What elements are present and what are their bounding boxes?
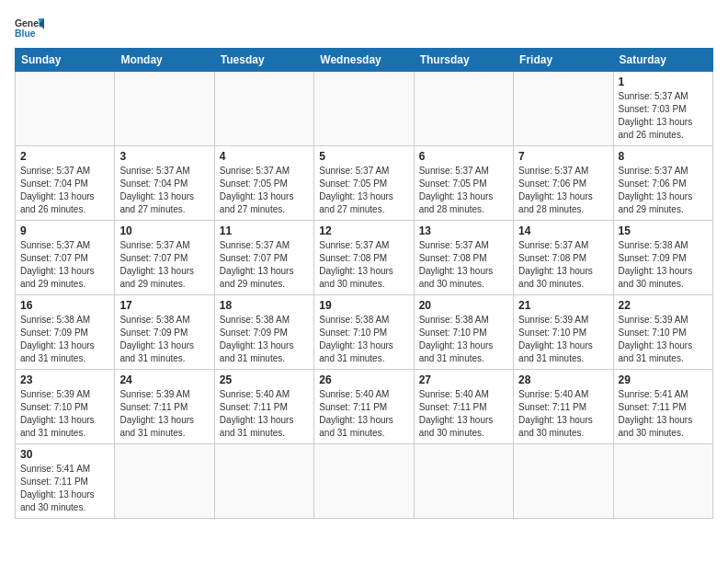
day-number: 10: [119, 224, 209, 237]
calendar-week-5: 23Sunrise: 5:39 AM Sunset: 7:10 PM Dayli…: [16, 370, 713, 444]
day-info: Sunrise: 5:38 AM Sunset: 7:09 PM Dayligh…: [220, 314, 309, 365]
day-header-tuesday: Tuesday: [214, 49, 313, 72]
calendar-cell: 14Sunrise: 5:37 AM Sunset: 7:08 PM Dayli…: [514, 221, 613, 295]
day-number: 7: [518, 150, 608, 163]
calendar-cell: [414, 72, 513, 146]
day-number: 19: [319, 299, 408, 312]
calendar-cell: 20Sunrise: 5:38 AM Sunset: 7:10 PM Dayli…: [414, 295, 513, 370]
day-info: Sunrise: 5:37 AM Sunset: 7:06 PM Dayligh…: [518, 165, 608, 216]
day-info: Sunrise: 5:38 AM Sunset: 7:10 PM Dayligh…: [419, 314, 508, 365]
day-header-friday: Friday: [514, 49, 613, 72]
day-info: Sunrise: 5:39 AM Sunset: 7:10 PM Dayligh…: [20, 388, 109, 440]
day-header-wednesday: Wednesday: [314, 49, 414, 72]
day-info: Sunrise: 5:39 AM Sunset: 7:10 PM Dayligh…: [619, 314, 708, 365]
calendar-week-3: 9Sunrise: 5:37 AM Sunset: 7:07 PM Daylig…: [16, 221, 713, 295]
calendar-cell: 2Sunrise: 5:37 AM Sunset: 7:04 PM Daylig…: [16, 146, 115, 221]
day-info: Sunrise: 5:41 AM Sunset: 7:11 PM Dayligh…: [619, 388, 708, 440]
calendar-cell: 27Sunrise: 5:40 AM Sunset: 7:11 PM Dayli…: [414, 370, 513, 444]
calendar-cell: 15Sunrise: 5:38 AM Sunset: 7:09 PM Dayli…: [613, 221, 712, 295]
calendar-cell: 5Sunrise: 5:37 AM Sunset: 7:05 PM Daylig…: [314, 146, 414, 221]
calendar-cell: [613, 444, 712, 519]
calendar-cell: 3Sunrise: 5:37 AM Sunset: 7:04 PM Daylig…: [115, 146, 214, 221]
day-info: Sunrise: 5:39 AM Sunset: 7:10 PM Dayligh…: [518, 314, 608, 365]
day-info: Sunrise: 5:37 AM Sunset: 7:03 PM Dayligh…: [619, 90, 708, 142]
calendar-cell: 26Sunrise: 5:40 AM Sunset: 7:11 PM Dayli…: [314, 370, 414, 444]
day-number: 18: [220, 299, 309, 312]
day-header-sunday: Sunday: [16, 49, 115, 72]
calendar-cell: 6Sunrise: 5:37 AM Sunset: 7:05 PM Daylig…: [414, 146, 513, 221]
day-number: 14: [518, 224, 608, 237]
day-info: Sunrise: 5:40 AM Sunset: 7:11 PM Dayligh…: [518, 388, 608, 440]
day-number: 13: [419, 224, 508, 237]
day-info: Sunrise: 5:38 AM Sunset: 7:09 PM Dayligh…: [20, 314, 109, 365]
day-info: Sunrise: 5:41 AM Sunset: 7:11 PM Dayligh…: [20, 463, 109, 514]
day-number: 24: [119, 373, 209, 386]
calendar-cell: 7Sunrise: 5:37 AM Sunset: 7:06 PM Daylig…: [514, 146, 613, 221]
day-info: Sunrise: 5:37 AM Sunset: 7:05 PM Dayligh…: [220, 165, 309, 216]
day-info: Sunrise: 5:37 AM Sunset: 7:05 PM Dayligh…: [419, 165, 508, 216]
day-number: 20: [419, 299, 508, 312]
calendar-cell: 18Sunrise: 5:38 AM Sunset: 7:09 PM Dayli…: [214, 295, 313, 370]
calendar-cell: 8Sunrise: 5:37 AM Sunset: 7:06 PM Daylig…: [613, 146, 712, 221]
day-info: Sunrise: 5:37 AM Sunset: 7:06 PM Dayligh…: [619, 165, 708, 216]
day-info: Sunrise: 5:40 AM Sunset: 7:11 PM Dayligh…: [220, 388, 309, 440]
day-info: Sunrise: 5:37 AM Sunset: 7:07 PM Dayligh…: [220, 239, 309, 291]
day-number: 6: [419, 150, 508, 163]
day-number: 21: [518, 299, 608, 312]
day-info: Sunrise: 5:37 AM Sunset: 7:05 PM Dayligh…: [319, 165, 408, 216]
calendar-week-4: 16Sunrise: 5:38 AM Sunset: 7:09 PM Dayli…: [16, 295, 713, 370]
day-number: 26: [319, 373, 408, 386]
calendar-cell: [214, 72, 313, 146]
calendar-cell: 21Sunrise: 5:39 AM Sunset: 7:10 PM Dayli…: [514, 295, 613, 370]
page-header: General Blue: [15, 15, 713, 40]
logo: General Blue: [15, 15, 44, 40]
calendar-cell: 29Sunrise: 5:41 AM Sunset: 7:11 PM Dayli…: [613, 370, 712, 444]
day-info: Sunrise: 5:38 AM Sunset: 7:10 PM Dayligh…: [319, 314, 408, 365]
day-number: 4: [220, 150, 309, 163]
day-info: Sunrise: 5:40 AM Sunset: 7:11 PM Dayligh…: [419, 388, 508, 440]
day-info: Sunrise: 5:37 AM Sunset: 7:07 PM Dayligh…: [119, 239, 209, 291]
calendar-cell: 24Sunrise: 5:39 AM Sunset: 7:11 PM Dayli…: [115, 370, 214, 444]
calendar-cell: 11Sunrise: 5:37 AM Sunset: 7:07 PM Dayli…: [214, 221, 313, 295]
day-info: Sunrise: 5:37 AM Sunset: 7:04 PM Dayligh…: [20, 165, 109, 216]
day-number: 2: [20, 150, 109, 163]
calendar-cell: 9Sunrise: 5:37 AM Sunset: 7:07 PM Daylig…: [16, 221, 115, 295]
calendar-cell: [514, 72, 613, 146]
day-number: 12: [319, 224, 408, 237]
calendar-cell: 22Sunrise: 5:39 AM Sunset: 7:10 PM Dayli…: [613, 295, 712, 370]
calendar-cell: [115, 444, 214, 519]
day-info: Sunrise: 5:40 AM Sunset: 7:11 PM Dayligh…: [319, 388, 408, 440]
day-info: Sunrise: 5:39 AM Sunset: 7:11 PM Dayligh…: [119, 388, 209, 440]
day-number: 3: [119, 150, 209, 163]
calendar-cell: [314, 444, 414, 519]
svg-text:Blue: Blue: [15, 29, 36, 39]
calendar-cell: 30Sunrise: 5:41 AM Sunset: 7:11 PM Dayli…: [16, 444, 115, 519]
calendar-week-1: 1Sunrise: 5:37 AM Sunset: 7:03 PM Daylig…: [16, 72, 713, 146]
calendar-week-2: 2Sunrise: 5:37 AM Sunset: 7:04 PM Daylig…: [16, 146, 713, 221]
calendar-table: SundayMondayTuesdayWednesdayThursdayFrid…: [15, 48, 713, 519]
day-info: Sunrise: 5:37 AM Sunset: 7:08 PM Dayligh…: [419, 239, 508, 291]
day-header-monday: Monday: [115, 49, 214, 72]
day-number: 17: [119, 299, 209, 312]
day-header-thursday: Thursday: [414, 49, 513, 72]
calendar-cell: 13Sunrise: 5:37 AM Sunset: 7:08 PM Dayli…: [414, 221, 513, 295]
logo-icon: General Blue: [15, 15, 44, 40]
day-info: Sunrise: 5:38 AM Sunset: 7:09 PM Dayligh…: [619, 239, 708, 291]
day-number: 5: [319, 150, 408, 163]
calendar-cell: 12Sunrise: 5:37 AM Sunset: 7:08 PM Dayli…: [314, 221, 414, 295]
calendar-cell: 25Sunrise: 5:40 AM Sunset: 7:11 PM Dayli…: [214, 370, 313, 444]
calendar-cell: 17Sunrise: 5:38 AM Sunset: 7:09 PM Dayli…: [115, 295, 214, 370]
calendar-cell: 23Sunrise: 5:39 AM Sunset: 7:10 PM Dayli…: [16, 370, 115, 444]
day-number: 25: [220, 373, 309, 386]
day-number: 15: [619, 224, 708, 237]
day-number: 8: [619, 150, 708, 163]
calendar-cell: 10Sunrise: 5:37 AM Sunset: 7:07 PM Dayli…: [115, 221, 214, 295]
day-number: 29: [619, 373, 708, 386]
day-info: Sunrise: 5:37 AM Sunset: 7:07 PM Dayligh…: [20, 239, 109, 291]
day-number: 11: [220, 224, 309, 237]
calendar-cell: [115, 72, 214, 146]
day-number: 30: [20, 448, 109, 461]
calendar-cell: 4Sunrise: 5:37 AM Sunset: 7:05 PM Daylig…: [214, 146, 313, 221]
day-number: 28: [518, 373, 608, 386]
calendar-cell: 19Sunrise: 5:38 AM Sunset: 7:10 PM Dayli…: [314, 295, 414, 370]
